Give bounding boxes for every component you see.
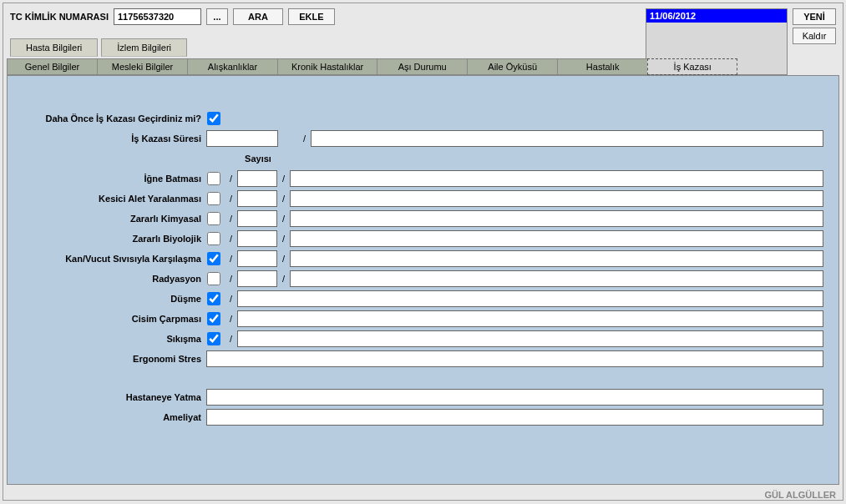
kimyasal-desc-input[interactable] xyxy=(290,210,823,227)
cisim-checkbox[interactable] xyxy=(206,312,221,325)
new-button[interactable]: YENİ xyxy=(793,8,836,25)
kimyasal-checkbox[interactable] xyxy=(206,212,221,225)
kesici-label: Kesici Alet Yaralanması xyxy=(23,194,206,204)
radyasyon-desc-input[interactable] xyxy=(290,270,823,287)
radyasyon-checkbox[interactable] xyxy=(206,272,221,285)
ameliyat-input[interactable] xyxy=(206,409,823,426)
kan-desc-input[interactable] xyxy=(290,250,823,267)
kan-label: Kan/Vucut Sıvısıyla Karşılaşma xyxy=(23,254,206,264)
duration-label: İş Kazası Süresi xyxy=(23,134,206,144)
tab-mesleki-bilgiler[interactable]: Mesleki Bilgiler xyxy=(97,58,187,75)
igne-label: İğne Batması xyxy=(23,174,206,184)
dusme-checkbox[interactable] xyxy=(206,292,221,305)
cisim-label: Cisim Çarpması xyxy=(23,314,206,324)
tab-hasta-bilgileri[interactable]: Hasta Bilgileri xyxy=(10,38,98,57)
form-panel: Daha Önce İş Kazası Geçirdiniz mi? İş Ka… xyxy=(7,75,839,485)
radyasyon-label: Radyasyon xyxy=(23,274,206,284)
sikisma-desc-input[interactable] xyxy=(237,330,823,347)
status-bar: GÜL ALGÜLLER xyxy=(3,488,843,500)
tab-genel-bilgiler[interactable]: Genel Bilgiler xyxy=(7,58,97,75)
ameliyat-label: Ameliyat xyxy=(23,412,206,422)
duration-desc-input[interactable] xyxy=(311,130,823,147)
sub-tabs: Genel Bilgiler Mesleki Bilgiler Alışkanl… xyxy=(3,58,843,75)
prev-accident-label: Daha Önce İş Kazası Geçirdiniz mi? xyxy=(23,113,206,123)
tab-izlem-bilgileri[interactable]: İzlem Bilgileri xyxy=(101,38,187,57)
hastane-label: Hastaneye Yatma xyxy=(23,392,206,402)
biyolojik-label: Zararlı Biyolojik xyxy=(23,234,206,244)
kesici-checkbox[interactable] xyxy=(206,192,221,205)
tc-id-label: TC KİMLİK NUMARASI xyxy=(10,8,109,22)
prev-accident-checkbox[interactable] xyxy=(206,112,221,125)
sikisma-checkbox[interactable] xyxy=(206,332,221,345)
radyasyon-count-input[interactable] xyxy=(237,270,277,287)
ergonomi-label: Ergonomi Stres xyxy=(23,354,206,364)
tab-asi-durumu[interactable]: Aşı Durumu xyxy=(377,58,467,75)
tc-id-input[interactable] xyxy=(114,8,201,25)
add-button[interactable]: EKLE xyxy=(288,8,335,25)
biyolojik-checkbox[interactable] xyxy=(206,232,221,245)
tab-is-kazasi[interactable]: İş Kazası xyxy=(647,58,737,75)
biyolojik-count-input[interactable] xyxy=(237,230,277,247)
dusme-label: Düşme xyxy=(23,294,206,304)
cisim-desc-input[interactable] xyxy=(237,310,823,327)
igne-desc-input[interactable] xyxy=(290,170,823,187)
tab-aile-oykusu[interactable]: Aile Öyküsü xyxy=(467,58,557,75)
kimyasal-label: Zararlı Kimyasal xyxy=(23,214,206,224)
kan-checkbox[interactable] xyxy=(206,252,221,265)
tab-kronik-hastaliklar[interactable]: Kronik Hastalıklar xyxy=(277,58,377,75)
duration-input[interactable] xyxy=(206,130,278,147)
count-header: Sayısı xyxy=(238,154,278,164)
tab-hastalik[interactable]: Hastalık xyxy=(557,58,647,75)
slash-icon: / xyxy=(298,134,311,144)
app-window: TC KİMLİK NUMARASI ... ARA EKLE 11/06/20… xyxy=(3,3,843,501)
ergonomi-input[interactable] xyxy=(206,350,823,367)
browse-button[interactable]: ... xyxy=(206,8,228,25)
igne-count-input[interactable] xyxy=(237,170,277,187)
kimyasal-count-input[interactable] xyxy=(237,210,277,227)
igne-checkbox[interactable] xyxy=(206,172,221,185)
main-tabs: Hasta Bilgileri İzlem Bilgileri xyxy=(3,38,843,57)
biyolojik-desc-input[interactable] xyxy=(290,230,823,247)
kesici-desc-input[interactable] xyxy=(290,190,823,207)
sikisma-label: Sıkışma xyxy=(23,334,206,344)
search-button[interactable]: ARA xyxy=(233,8,283,25)
tab-aliskanliklar[interactable]: Alışkanlıklar xyxy=(187,58,277,75)
dusme-desc-input[interactable] xyxy=(237,290,823,307)
kesici-count-input[interactable] xyxy=(237,190,277,207)
kan-count-input[interactable] xyxy=(237,250,277,267)
visit-list-item[interactable]: 11/06/2012 xyxy=(646,9,787,23)
hastane-input[interactable] xyxy=(206,389,823,406)
